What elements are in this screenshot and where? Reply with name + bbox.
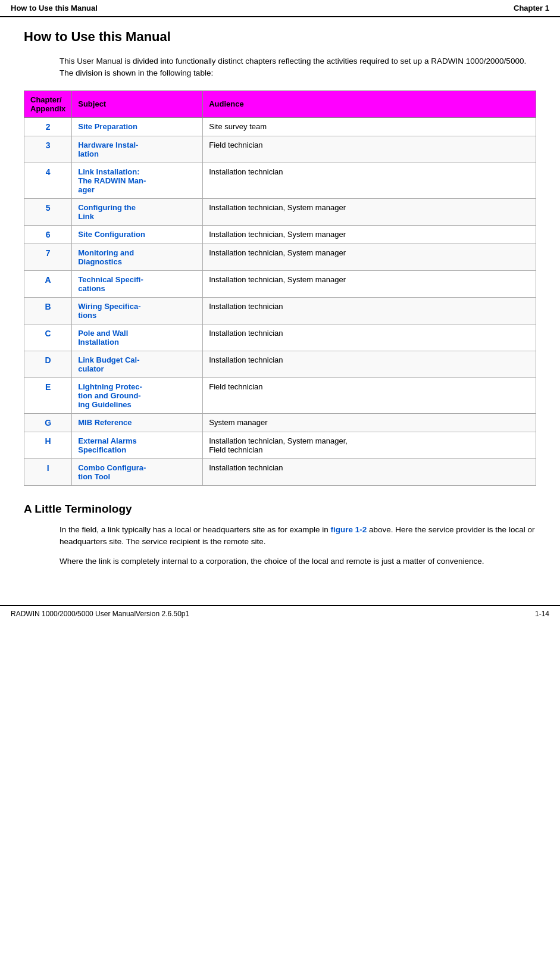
- chapter-num-cell: 5: [24, 198, 72, 225]
- table-row: 7Monitoring andDiagnosticsInstallation t…: [24, 244, 536, 270]
- body-text-2: Where the link is completely internal to…: [60, 557, 484, 566]
- table-row: GMIB ReferenceSystem manager: [24, 413, 536, 432]
- chapter-num-cell: 6: [24, 225, 72, 244]
- page-title: How to Use this Manual: [24, 29, 536, 45]
- subject-cell: Lightning Protec-tion and Ground-ing Gui…: [72, 377, 203, 413]
- audience-cell: Installation technician: [203, 297, 536, 324]
- footer-left: RADWIN 1000/2000/5000 User ManualVersion…: [11, 610, 189, 618]
- subject-cell: External AlarmsSpecification: [72, 432, 203, 458]
- table-row: 3Hardware Instal-lationField technician: [24, 136, 536, 163]
- audience-cell: Installation technician, System manager: [203, 225, 536, 244]
- chapter-num-cell: A: [24, 270, 72, 297]
- audience-cell: Field technician: [203, 136, 536, 163]
- chapter-num-cell: E: [24, 377, 72, 413]
- table-row: CPole and WallInstallationInstallation t…: [24, 324, 536, 351]
- chapter-num-cell: G: [24, 413, 72, 432]
- table-row: 2Site PreparationSite survey team: [24, 117, 536, 136]
- body-paragraph-2: Where the link is completely internal to…: [60, 555, 536, 568]
- audience-cell: Installation technician, System manager: [203, 270, 536, 297]
- subject-cell: MIB Reference: [72, 413, 203, 432]
- subject-cell: Site Configuration: [72, 225, 203, 244]
- chapter-num-cell: C: [24, 324, 72, 351]
- body-text-1a: In the field, a link typically has a loc…: [60, 525, 331, 534]
- chapter-num-cell: I: [24, 458, 72, 485]
- page-header: How to Use this Manual Chapter 1: [0, 0, 560, 17]
- table-row: HExternal AlarmsSpecificationInstallatio…: [24, 432, 536, 458]
- table-header-row: Chapter/Appendix Subject Audience: [24, 90, 536, 117]
- chapter-num-cell: 2: [24, 117, 72, 136]
- subject-cell: Combo Configura-tion Tool: [72, 458, 203, 485]
- table-row: ELightning Protec-tion and Ground-ing Gu…: [24, 377, 536, 413]
- subject-cell: Hardware Instal-lation: [72, 136, 203, 163]
- subject-cell: Technical Specifi-cations: [72, 270, 203, 297]
- table-row: ICombo Configura-tion ToolInstallation t…: [24, 458, 536, 485]
- chapter-table: Chapter/Appendix Subject Audience 2Site …: [24, 90, 536, 486]
- subject-cell: Monitoring andDiagnostics: [72, 244, 203, 270]
- page-footer: RADWIN 1000/2000/5000 User ManualVersion…: [0, 605, 560, 622]
- chapter-num-cell: 7: [24, 244, 72, 270]
- audience-cell: Installation technician: [203, 458, 536, 485]
- audience-cell: Site survey team: [203, 117, 536, 136]
- chapter-num-cell: 4: [24, 163, 72, 198]
- header-right: Chapter 1: [514, 4, 549, 13]
- audience-cell: Installation technician, System manager: [203, 198, 536, 225]
- intro-text: This User Manual is divided into functio…: [60, 55, 536, 80]
- chapter-num-cell: D: [24, 351, 72, 377]
- subject-cell: Link Budget Cal-culator: [72, 351, 203, 377]
- subject-cell: Pole and WallInstallation: [72, 324, 203, 351]
- subject-cell: Link Installation:The RADWIN Man-ager: [72, 163, 203, 198]
- audience-cell: Installation technician: [203, 351, 536, 377]
- col-header-subject: Subject: [72, 90, 203, 117]
- table-row: BWiring Specifica-tionsInstallation tech…: [24, 297, 536, 324]
- audience-cell: System manager: [203, 413, 536, 432]
- table-row: ATechnical Specifi-cationsInstallation t…: [24, 270, 536, 297]
- audience-cell: Installation technician: [203, 163, 536, 198]
- body-paragraph-1: In the field, a link typically has a loc…: [60, 524, 536, 549]
- col-header-audience: Audience: [203, 90, 536, 117]
- table-row: 6Site ConfigurationInstallation technici…: [24, 225, 536, 244]
- table-row: 5Configuring theLinkInstallation technic…: [24, 198, 536, 225]
- figure-link[interactable]: figure 1-2: [331, 525, 367, 534]
- footer-right: 1-14: [535, 610, 549, 618]
- section-title: A Little Terminology: [24, 503, 536, 516]
- subject-cell: Wiring Specifica-tions: [72, 297, 203, 324]
- audience-cell: Installation technician, System manager,…: [203, 432, 536, 458]
- audience-cell: Installation technician: [203, 324, 536, 351]
- subject-cell: Site Preparation: [72, 117, 203, 136]
- table-row: 4Link Installation:The RADWIN Man-agerIn…: [24, 163, 536, 198]
- subject-cell: Configuring theLink: [72, 198, 203, 225]
- audience-cell: Field technician: [203, 377, 536, 413]
- col-header-chapter: Chapter/Appendix: [24, 90, 72, 117]
- audience-cell: Installation technician, System manager: [203, 244, 536, 270]
- chapter-num-cell: H: [24, 432, 72, 458]
- page-content: How to Use this Manual This User Manual …: [0, 17, 560, 587]
- chapter-num-cell: 3: [24, 136, 72, 163]
- header-left: How to Use this Manual: [11, 4, 98, 13]
- table-row: DLink Budget Cal-culatorInstallation tec…: [24, 351, 536, 377]
- chapter-num-cell: B: [24, 297, 72, 324]
